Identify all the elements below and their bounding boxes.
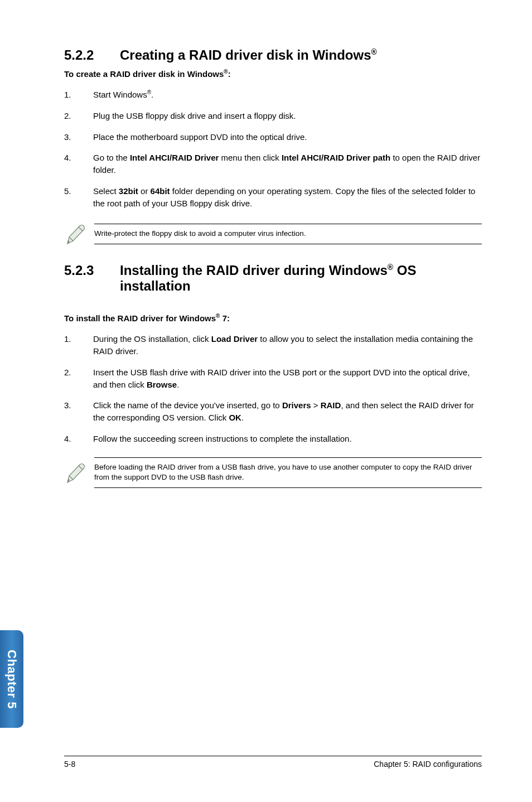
list-item: 1. During the OS installation, click Loa… (64, 333, 482, 357)
list-number: 1. (64, 89, 93, 101)
note-text: Before loading the RAID driver from a US… (94, 457, 482, 489)
list-text: Go to the Intel AHCI/RAID Driver menu th… (93, 152, 482, 176)
list-item: 3. Place the motherboard support DVD int… (64, 131, 482, 143)
list-number: 2. (64, 110, 93, 122)
list-item: 4. Go to the Intel AHCI/RAID Driver menu… (64, 152, 482, 176)
pencil-icon (64, 460, 94, 485)
list-text: Start Windows®. (93, 89, 482, 101)
list-number: 2. (64, 366, 93, 391)
intro-522: To create a RAID driver disk in Windows®… (64, 69, 482, 79)
list-number: 1. (64, 333, 93, 357)
list-text: Place the motherboard support DVD into t… (93, 131, 482, 143)
heading-number: 5.2.2 (64, 47, 120, 63)
list-number: 5. (64, 185, 93, 210)
footer-chapter-title: Chapter 5: RAID configurations (374, 760, 482, 769)
chapter-tab-label: Chapter 5 (4, 650, 19, 709)
list-text: Click the name of the device you've inse… (93, 399, 482, 424)
list-item: 2. Insert the USB flash drive with RAID … (64, 366, 482, 391)
note-block: Before loading the RAID driver from a US… (64, 457, 482, 489)
list-item: 3. Click the name of the device you've i… (64, 399, 482, 424)
list-item: 1. Start Windows®. (64, 89, 482, 101)
heading-title: Installing the RAID driver during Window… (120, 263, 482, 294)
page-footer: 5-8 Chapter 5: RAID configurations (0, 756, 532, 769)
note-text: Write-protect the floppy disk to avoid a… (94, 224, 482, 244)
list-text: During the OS installation, click Load D… (93, 333, 482, 357)
list-text: Follow the succeeding screen instruction… (93, 433, 482, 445)
list-number: 3. (64, 399, 93, 424)
list-item: 4. Follow the succeeding screen instruct… (64, 433, 482, 445)
list-text: Insert the USB flash drive with RAID dri… (93, 366, 482, 391)
list-text: Select 32bit or 64bit folder depending o… (93, 185, 482, 210)
list-number: 4. (64, 152, 93, 176)
page-number: 5-8 (64, 760, 75, 769)
list-number: 3. (64, 131, 93, 143)
heading-523: 5.2.3 Installing the RAID driver during … (64, 263, 482, 294)
list-item: 5. Select 32bit or 64bit folder dependin… (64, 185, 482, 210)
intro-523: To install the RAID driver for Windows® … (64, 313, 482, 323)
chapter-tab: Chapter 5 (0, 630, 23, 728)
pencil-icon (64, 221, 94, 246)
heading-522: 5.2.2 Creating a RAID driver disk in Win… (64, 47, 482, 63)
heading-title: Creating a RAID driver disk in Windows® (120, 47, 377, 63)
heading-number: 5.2.3 (64, 263, 120, 278)
note-block: Write-protect the floppy disk to avoid a… (64, 221, 482, 246)
list-number: 4. (64, 433, 93, 445)
list-item: 2. Plug the USB floppy disk drive and in… (64, 110, 482, 122)
footer-divider (64, 756, 482, 756)
list-text: Plug the USB floppy disk drive and inser… (93, 110, 482, 122)
